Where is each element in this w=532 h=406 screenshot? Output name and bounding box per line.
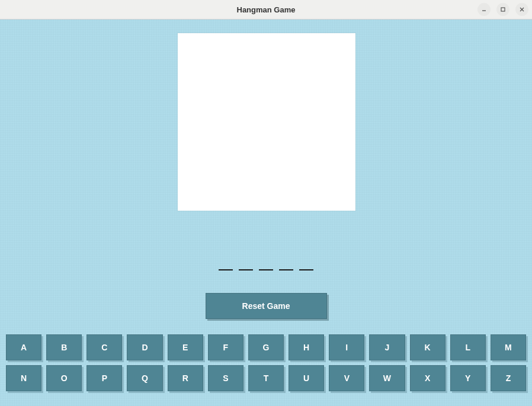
key-d[interactable]: D	[127, 334, 162, 360]
key-z[interactable]: Z	[491, 365, 526, 391]
key-l[interactable]: L	[450, 334, 486, 360]
reset-container: Reset Game	[0, 293, 532, 319]
maximize-button[interactable]	[496, 3, 509, 16]
key-h[interactable]: H	[289, 334, 324, 360]
key-g[interactable]: G	[248, 334, 284, 360]
word-display	[0, 261, 532, 273]
key-m[interactable]: M	[491, 334, 526, 360]
key-s[interactable]: S	[208, 365, 243, 391]
key-u[interactable]: U	[289, 365, 324, 391]
word-blank	[239, 261, 253, 270]
key-n[interactable]: N	[6, 365, 41, 391]
key-t[interactable]: T	[248, 365, 284, 391]
hangman-canvas	[178, 33, 355, 211]
close-button[interactable]	[515, 3, 528, 16]
key-o[interactable]: O	[46, 365, 82, 391]
key-e[interactable]: E	[168, 334, 203, 360]
key-i[interactable]: I	[329, 334, 364, 360]
svg-rect-1	[501, 8, 505, 11]
key-y[interactable]: Y	[450, 365, 486, 391]
key-v[interactable]: V	[329, 365, 364, 391]
key-p[interactable]: P	[86, 365, 122, 391]
key-a[interactable]: A	[6, 334, 41, 360]
minimize-icon	[481, 7, 487, 12]
reset-button[interactable]: Reset Game	[206, 293, 327, 319]
key-q[interactable]: Q	[127, 365, 162, 391]
key-r[interactable]: R	[168, 365, 203, 391]
word-blank	[279, 261, 293, 270]
word-blank	[219, 261, 233, 270]
word-blank	[259, 261, 273, 270]
app-surface: Reset Game ABCDEFGHIJKLMNOPQRSTUVWXYZ	[0, 20, 532, 406]
maximize-icon	[500, 7, 506, 12]
window-titlebar: Hangman Game	[0, 0, 532, 20]
window-controls	[477, 3, 528, 16]
close-icon	[519, 7, 525, 12]
key-j[interactable]: J	[369, 334, 405, 360]
key-b[interactable]: B	[46, 334, 82, 360]
window-title: Hangman Game	[0, 5, 532, 14]
letter-keyboard: ABCDEFGHIJKLMNOPQRSTUVWXYZ	[6, 334, 526, 391]
key-w[interactable]: W	[369, 365, 405, 391]
key-c[interactable]: C	[86, 334, 122, 360]
key-k[interactable]: K	[410, 334, 446, 360]
key-x[interactable]: X	[410, 365, 446, 391]
key-f[interactable]: F	[208, 334, 243, 360]
minimize-button[interactable]	[477, 3, 491, 16]
word-blank	[299, 261, 313, 270]
word-blanks	[219, 261, 313, 270]
